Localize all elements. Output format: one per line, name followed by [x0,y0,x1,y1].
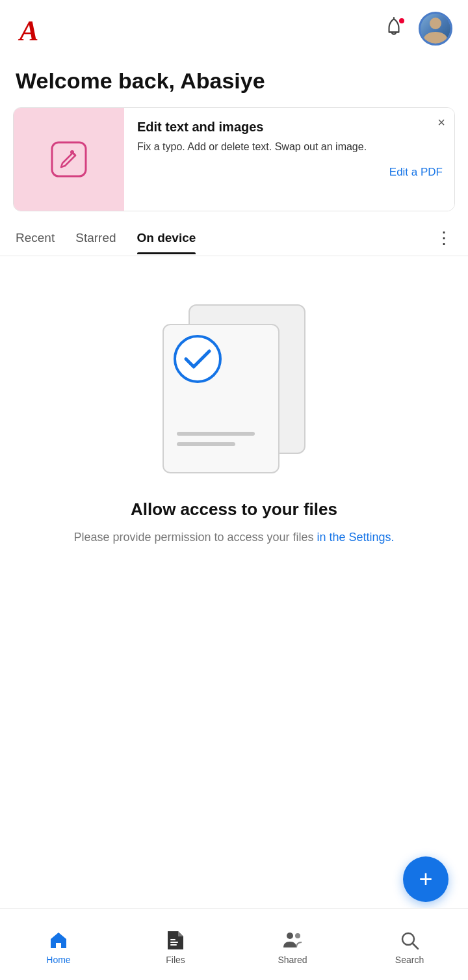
promo-left-bg [14,108,124,211]
promo-title: Edit text and images [137,120,443,135]
header-right [380,12,452,46]
svg-point-8 [287,933,293,939]
nav-item-search[interactable]: Search [351,908,468,980]
files-icon [165,930,186,951]
user-avatar[interactable] [419,12,452,46]
promo-link[interactable]: Edit a PDF [137,166,443,179]
nav-item-home[interactable]: Home [0,908,117,980]
welcome-section: Welcome back, Abasiye [0,52,468,107]
shared-icon [282,930,303,951]
edit-pdf-icon [46,136,92,183]
doc-line-2 [177,442,235,446]
svg-text:A: A [18,15,38,44]
fab-plus-icon: + [419,867,432,891]
nav-item-shared[interactable]: Shared [234,908,351,980]
main-content: Allow access to your files Please provid… [0,256,468,581]
tab-on-device[interactable]: On device [137,231,196,254]
svg-rect-5 [170,939,176,940]
adobe-logo: A [16,12,49,46]
svg-rect-7 [170,944,177,946]
search-icon [399,930,420,951]
doc-illustration [162,304,306,473]
svg-line-11 [413,944,418,949]
promo-description: Fix a typo. Add or delete text. Swap out… [137,140,443,154]
fab-add-button[interactable]: + [403,856,448,902]
checkmark-icon [172,333,224,385]
access-description: Please provide permission to access your… [73,529,394,546]
notification-badge [398,17,406,25]
nav-label-search: Search [395,955,424,965]
bottom-nav: Home Files Shared [0,908,468,980]
nav-label-shared: Shared [278,955,307,965]
avatar-image [421,14,450,44]
notification-bell[interactable] [380,14,408,43]
svg-rect-6 [170,942,178,943]
svg-point-9 [295,933,300,938]
promo-right: × Edit text and images Fix a typo. Add o… [124,108,454,211]
nav-label-files: Files [166,955,185,965]
welcome-title: Welcome back, Abasiye [16,68,452,94]
tabs-more-button[interactable]: ⋮ [436,230,452,256]
svg-point-4 [175,336,220,382]
svg-rect-2 [52,142,86,176]
promo-close-button[interactable]: × [437,116,445,129]
tab-starred[interactable]: Starred [75,231,116,254]
nav-item-files[interactable]: Files [117,908,234,980]
promo-card: × Edit text and images Fix a typo. Add o… [13,107,455,211]
settings-link[interactable]: in the Settings. [317,531,395,544]
access-title: Allow access to your files [131,499,337,520]
tabs-list: Recent Starred On device [16,231,436,254]
doc-line-1 [177,432,255,436]
tabs-section: Recent Starred On device ⋮ [0,211,468,256]
nav-label-home: Home [46,955,70,965]
access-desc-before: Please provide permission to access your… [73,531,317,544]
home-icon [48,930,69,951]
tab-recent[interactable]: Recent [16,231,55,254]
header: A [0,0,468,52]
